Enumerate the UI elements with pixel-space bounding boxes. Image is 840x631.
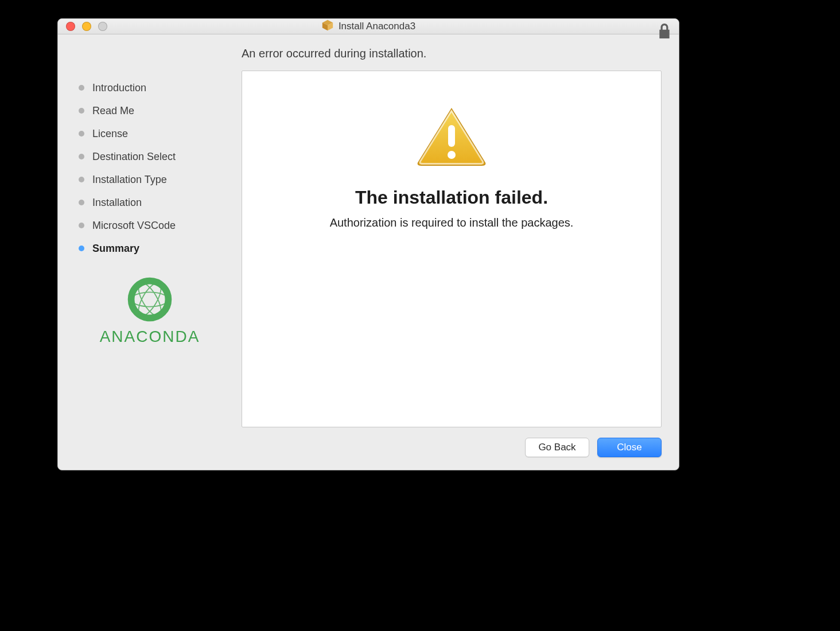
anaconda-ring-icon	[124, 274, 176, 325]
step-introduction: Introduction	[75, 76, 242, 99]
window-controls	[66, 22, 107, 31]
close-label: Close	[617, 442, 641, 453]
titlebar: Install Anaconda3	[58, 19, 679, 34]
step-label: Installation	[92, 197, 142, 209]
failure-message: Authorization is required to install the…	[330, 216, 574, 229]
step-label: License	[92, 128, 128, 140]
warning-triangle-icon	[414, 106, 489, 171]
svg-point-0	[131, 281, 169, 318]
step-label: Introduction	[92, 82, 146, 94]
installer-window: Install Anaconda3 An error occurred duri…	[57, 18, 679, 470]
window-title: Install Anaconda3	[339, 21, 415, 32]
content-pane: The installation failed. Authorization i…	[242, 71, 662, 427]
step-installation: Installation	[75, 191, 242, 214]
step-read-me: Read Me	[75, 99, 242, 122]
close-window-button[interactable]	[66, 22, 75, 31]
step-label: Installation Type	[92, 174, 167, 186]
step-label: Read Me	[92, 105, 134, 117]
anaconda-logo: ANACONDA	[75, 274, 224, 346]
lock-icon[interactable]	[658, 24, 671, 41]
step-bullet-icon	[79, 154, 84, 159]
svg-point-5	[448, 151, 456, 159]
svg-point-1	[131, 292, 169, 306]
step-installation-type: Installation Type	[75, 168, 242, 191]
minimize-window-button[interactable]	[82, 22, 91, 31]
package-icon	[321, 19, 334, 34]
step-label: Microsoft VSCode	[92, 220, 176, 232]
step-bullet-icon	[79, 108, 84, 114]
step-destination-select: Destination Select	[75, 145, 242, 168]
step-bullet-icon	[79, 177, 84, 182]
close-button[interactable]: Close	[597, 438, 662, 457]
button-row: Go Back Close	[58, 427, 679, 470]
go-back-button[interactable]: Go Back	[525, 438, 589, 457]
step-bullet-icon	[79, 246, 84, 251]
step-label: Destination Select	[92, 151, 176, 163]
step-bullet-icon	[79, 200, 84, 205]
zoom-window-button[interactable]	[98, 22, 107, 31]
step-bullet-icon	[79, 85, 84, 91]
step-microsoft-vscode: Microsoft VSCode	[75, 214, 242, 237]
step-bullet-icon	[79, 223, 84, 228]
step-bullet-icon	[79, 131, 84, 137]
step-license: License	[75, 122, 242, 145]
svg-rect-4	[448, 125, 455, 147]
failure-title: The installation failed.	[355, 187, 548, 208]
installer-sidebar: Introduction Read Me License Destin	[75, 71, 242, 427]
page-heading: An error occurred during installation.	[58, 34, 679, 71]
step-summary: Summary	[75, 237, 242, 260]
step-label: Summary	[92, 243, 139, 255]
anaconda-wordmark: ANACONDA	[75, 328, 224, 346]
go-back-label: Go Back	[538, 442, 575, 453]
